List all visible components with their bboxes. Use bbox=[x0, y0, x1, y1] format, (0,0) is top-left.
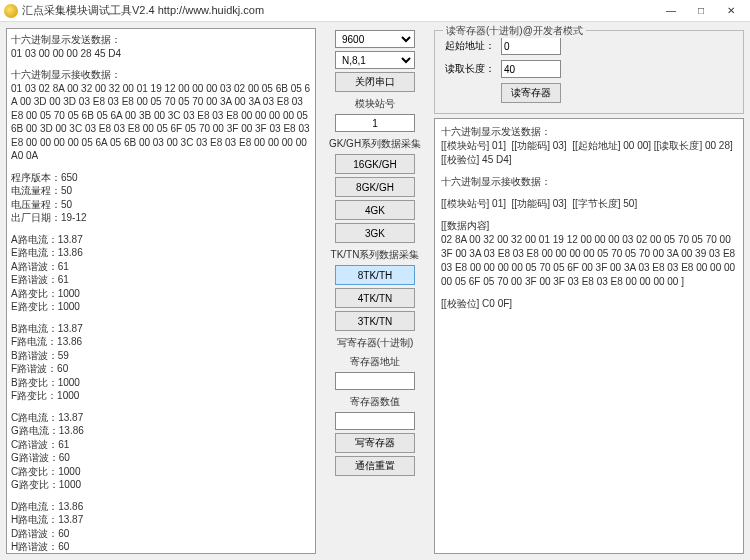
window-controls: — □ ✕ bbox=[656, 1, 746, 21]
comm-reset-button[interactable]: 通信重置 bbox=[335, 456, 415, 476]
g-curr: G路电流：13.86 bbox=[11, 425, 84, 436]
amp-range: 电流量程：50 bbox=[11, 185, 72, 196]
right-panel: 读寄存器(十进制)@开发者模式 起始地址： 读取长度： 读寄存器 十六进制显示发… bbox=[434, 28, 744, 554]
read-register-box: 读寄存器(十进制)@开发者模式 起始地址： 读取长度： 读寄存器 bbox=[434, 30, 744, 114]
f-trans: F路变比：1000 bbox=[11, 390, 79, 401]
send-header: 十六进制显示发送数据： bbox=[11, 34, 121, 45]
app-icon bbox=[4, 4, 18, 18]
close-button[interactable]: ✕ bbox=[716, 1, 746, 21]
reg-val-label: 寄存器数值 bbox=[350, 395, 400, 409]
tk-group-label: TK/TN系列数据采集 bbox=[331, 248, 420, 262]
a-harm: A路谐波：61 bbox=[11, 261, 69, 272]
volt-range: 电压量程：50 bbox=[11, 199, 72, 210]
recv-header: 十六进制显示接收数据： bbox=[11, 69, 121, 80]
station-label: 模块站号 bbox=[355, 97, 395, 111]
maximize-button[interactable]: □ bbox=[686, 1, 716, 21]
left-log-panel[interactable]: 十六进制显示发送数据：01 03 00 00 00 28 45 D4 十六进制显… bbox=[6, 28, 316, 554]
prog-ver: 程序版本：650 bbox=[11, 172, 78, 183]
read-reg-button[interactable]: 读寄存器 bbox=[501, 83, 561, 103]
recv-body: 01 03 02 8A 00 32 00 32 00 01 19 12 00 0… bbox=[11, 83, 312, 162]
read-len-input[interactable] bbox=[501, 60, 561, 78]
b-harm: B路谐波：59 bbox=[11, 350, 69, 361]
h-curr: H路电流：13.87 bbox=[11, 514, 83, 525]
content: 十六进制显示发送数据：01 03 00 00 00 28 45 D4 十六进制显… bbox=[0, 22, 750, 560]
gk-group-label: GK/GH系列数据采集 bbox=[329, 137, 421, 151]
close-port-button[interactable]: 关闭串口 bbox=[335, 72, 415, 92]
d-harm: D路谐波：60 bbox=[11, 528, 69, 539]
g-harm: G路谐波：60 bbox=[11, 452, 70, 463]
gk-8-button[interactable]: 8GK/GH bbox=[335, 177, 415, 197]
a-trans: A路变比：1000 bbox=[11, 288, 80, 299]
start-addr-input[interactable] bbox=[501, 37, 561, 55]
gk-4-button[interactable]: 4GK bbox=[335, 200, 415, 220]
r-crc: [[校验位] C0 0F] bbox=[441, 298, 512, 309]
minimize-button[interactable]: — bbox=[656, 1, 686, 21]
baud-select[interactable]: 9600 bbox=[335, 30, 415, 48]
g-trans: G路变比：1000 bbox=[11, 479, 81, 490]
right-log-panel[interactable]: 十六进制显示发送数据：[[模块站号] 01] [[功能码] 03] [[起始地址… bbox=[434, 118, 744, 554]
r-recv-body: [[模块站号] 01] [[功能码] 03] [[字节长度] 50] bbox=[441, 198, 637, 209]
window-title: 汇点采集模块调试工具V2.4 http://www.huidkj.com bbox=[22, 3, 656, 18]
e-trans: E路变比：1000 bbox=[11, 301, 80, 312]
tk-8-button[interactable]: 8TK/TH bbox=[335, 265, 415, 285]
gk-3-button[interactable]: 3GK bbox=[335, 223, 415, 243]
read-legend: 读寄存器(十进制)@开发者模式 bbox=[443, 24, 586, 38]
h-harm: H路谐波：60 bbox=[11, 541, 69, 552]
b-curr: B路电流：13.87 bbox=[11, 323, 83, 334]
e-curr: E路电流：13.86 bbox=[11, 247, 83, 258]
date: 出厂日期：19-12 bbox=[11, 212, 87, 223]
c-curr: C路电流：13.87 bbox=[11, 412, 83, 423]
write-group-label: 写寄存器(十进制) bbox=[337, 336, 414, 350]
r-recv-header: 十六进制显示接收数据： bbox=[441, 176, 551, 187]
write-reg-button[interactable]: 写寄存器 bbox=[335, 433, 415, 453]
a-curr: A路电流：13.87 bbox=[11, 234, 83, 245]
mid-panel: 9600 N,8,1 关闭串口 模块站号 GK/GH系列数据采集 16GK/GH… bbox=[320, 28, 430, 554]
read-len-label: 读取长度： bbox=[443, 62, 495, 76]
reg-addr-label: 寄存器地址 bbox=[350, 355, 400, 369]
c-harm: C路谐波：61 bbox=[11, 439, 69, 450]
e-harm: E路谐波：61 bbox=[11, 274, 69, 285]
r-data-body: 02 8A 00 32 00 32 00 01 19 12 00 00 00 0… bbox=[441, 234, 738, 287]
r-data-header: [[数据内容] bbox=[441, 220, 489, 231]
parity-select[interactable]: N,8,1 bbox=[335, 51, 415, 69]
send-body: 01 03 00 00 00 28 45 D4 bbox=[11, 48, 121, 59]
tk-4-button[interactable]: 4TK/TN bbox=[335, 288, 415, 308]
tk-3-button[interactable]: 3TK/TN bbox=[335, 311, 415, 331]
r-send-header: 十六进制显示发送数据： bbox=[441, 126, 551, 137]
b-trans: B路变比：1000 bbox=[11, 377, 80, 388]
c-trans: C路变比：1000 bbox=[11, 466, 80, 477]
f-curr: F路电流：13.86 bbox=[11, 336, 82, 347]
r-send-body: [[模块站号] 01] [[功能码] 03] [[起始地址] 00 00] [[… bbox=[441, 140, 738, 165]
f-harm: F路谐波：60 bbox=[11, 363, 68, 374]
start-addr-label: 起始地址： bbox=[443, 39, 495, 53]
station-input[interactable] bbox=[335, 114, 415, 132]
gk-16-button[interactable]: 16GK/GH bbox=[335, 154, 415, 174]
reg-addr-input[interactable] bbox=[335, 372, 415, 390]
titlebar: 汇点采集模块调试工具V2.4 http://www.huidkj.com — □… bbox=[0, 0, 750, 22]
reg-val-input[interactable] bbox=[335, 412, 415, 430]
d-curr: D路电流：13.86 bbox=[11, 501, 83, 512]
